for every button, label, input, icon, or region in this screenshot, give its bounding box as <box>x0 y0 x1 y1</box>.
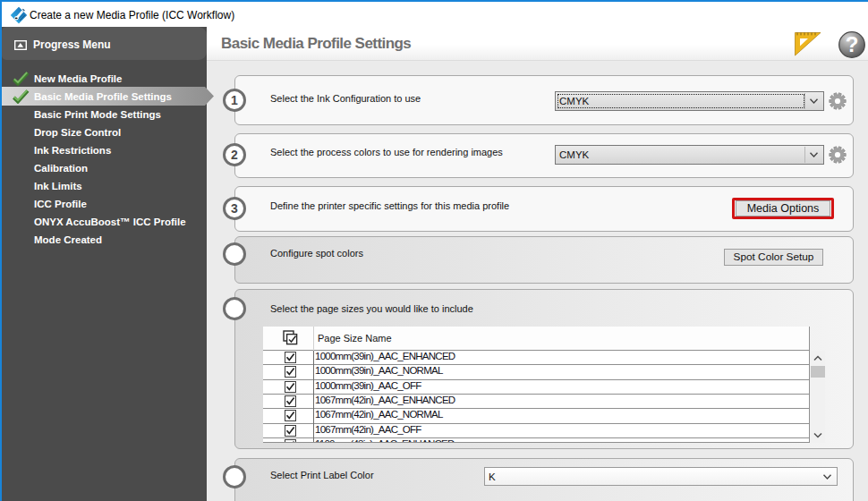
svg-text:?: ? <box>846 32 859 56</box>
